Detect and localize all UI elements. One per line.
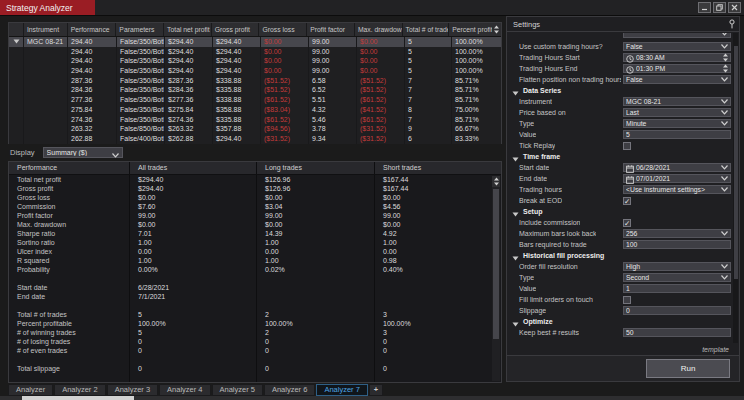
- setting-select[interactable]: MGC 08-21: [623, 97, 731, 106]
- performance-row[interactable]: # of losing trades000: [9, 337, 501, 346]
- column-header-parameters[interactable]: Parameters: [115, 23, 163, 36]
- performance-row[interactable]: Percent profitable100.00%100.00%100.00%: [9, 319, 501, 328]
- performance-row[interactable]: # of winning trades523: [9, 328, 501, 337]
- add-tab-button[interactable]: +: [369, 384, 383, 396]
- performance-row[interactable]: Avg. trade$58.88$63.48$55.81: [9, 382, 501, 383]
- performance-row[interactable]: Gross loss$0.00$0.00$0.00: [9, 193, 501, 202]
- template-link[interactable]: template: [702, 346, 729, 353]
- performance-row[interactable]: End date7/1/2021: [9, 292, 501, 301]
- performance-row[interactable]: [9, 274, 501, 283]
- scroll-arrows-icon[interactable]: [492, 176, 500, 187]
- bottom-horizontal-scrollbar[interactable]: [0, 396, 744, 400]
- spinner-arrows-icon[interactable]: [723, 53, 728, 62]
- tab-analyzer-5[interactable]: Analyzer 5: [212, 384, 263, 396]
- spinner-arrows-icon[interactable]: [723, 64, 728, 73]
- setting-select[interactable]: Second: [623, 273, 731, 282]
- setting-input[interactable]: 0: [623, 306, 731, 315]
- column-header-total-of-trades[interactable]: Total # of trades: [402, 23, 449, 36]
- setting-time[interactable]: 01:30 PM: [623, 64, 731, 73]
- performance-row[interactable]: Probability0.00%0.02%0.40%: [9, 265, 501, 274]
- setting-select[interactable]: False: [623, 42, 731, 51]
- performance-row[interactable]: R squared1.001.000.98: [9, 256, 501, 265]
- setting-checkbox[interactable]: ✓: [623, 197, 631, 205]
- optimizer-row[interactable]: 294.40False/350/BothV$294.40$294.40$0.00…: [9, 56, 501, 66]
- setting-select[interactable]: Last: [623, 108, 731, 117]
- perf-column-header-all-trades[interactable]: All trades: [129, 162, 256, 174]
- performance-row[interactable]: [9, 301, 501, 310]
- settings-section-historical-fill-processing[interactable]: Historical fill processing: [507, 250, 732, 261]
- minimize-button[interactable]: [698, 2, 711, 13]
- column-header-performance[interactable]: Performance: [67, 23, 116, 36]
- setting-input[interactable]: 5: [623, 130, 731, 139]
- collapse-triangle-icon[interactable]: [512, 206, 519, 217]
- tab-analyzer-7[interactable]: Analyzer 7: [316, 384, 367, 396]
- bottom-scroll-thumb[interactable]: [22, 396, 134, 400]
- setting-select[interactable]: <Use instrument settings>: [623, 185, 731, 194]
- run-button[interactable]: Run: [646, 359, 730, 378]
- performance-row[interactable]: Sortino ratio1.001.001.00: [9, 238, 501, 247]
- performance-row[interactable]: Max. drawdown$0.00$0.00$0.00: [9, 220, 501, 229]
- column-header-percent-profitable[interactable]: Percent profitable: [448, 23, 492, 36]
- display-select[interactable]: Summary ($): [43, 147, 123, 158]
- performance-row[interactable]: [9, 373, 501, 382]
- setting-input[interactable]: 100: [623, 240, 731, 249]
- collapse-triangle-icon[interactable]: [512, 250, 519, 261]
- optimizer-row[interactable]: 284.36False/350/BothV$284.36$335.88($51.…: [9, 85, 501, 95]
- optimizer-row[interactable]: 263.32False/850/BothV$263.32$357.88($94.…: [9, 124, 501, 134]
- performance-vertical-scrollbar[interactable]: [492, 176, 500, 381]
- performance-row[interactable]: Commission$7.60$3.04$4.56: [9, 202, 501, 211]
- optimizer-row[interactable]: 294.40False/350/BothV$294.40$294.40$0.00…: [9, 47, 501, 57]
- setting-select[interactable]: Minute: [623, 119, 731, 128]
- performance-row[interactable]: Gross profit$294.40$126.96$167.44: [9, 184, 501, 193]
- optimizer-row[interactable]: MGC 08-21294.40False/350/BothV$294.40$29…: [9, 37, 501, 47]
- performance-row[interactable]: Total # of trades523: [9, 310, 501, 319]
- setting-input[interactable]: 1: [623, 284, 731, 293]
- optimizer-row[interactable]: 277.36False/350/BothV$277.36$338.88($61.…: [9, 95, 501, 105]
- tab-analyzer-3[interactable]: Analyzer 3: [107, 384, 158, 396]
- scroll-arrows-icon[interactable]: [492, 23, 501, 36]
- setting-checkbox[interactable]: [623, 296, 631, 304]
- scroll-thumb[interactable]: [734, 46, 738, 279]
- setting-checkbox[interactable]: [623, 142, 631, 150]
- window-title-tab[interactable]: Strategy Analyzer: [0, 0, 95, 15]
- performance-row[interactable]: Profit factor99.0099.0099.00: [9, 211, 501, 220]
- column-header-instrument[interactable]: Instrument: [23, 23, 67, 36]
- collapse-triangle-icon[interactable]: [512, 151, 519, 162]
- restore-button[interactable]: [713, 2, 726, 13]
- settings-section-setup[interactable]: Setup: [507, 206, 732, 217]
- setting-date[interactable]: 06/28/2021: [623, 163, 731, 172]
- optimizer-row[interactable]: 262.88False/400/BothV$262.88$294.40($31.…: [9, 134, 501, 144]
- column-header-max-drawdown[interactable]: Max. drawdown: [354, 23, 402, 36]
- column-header-total-net-profit[interactable]: Total net profit: [163, 23, 211, 36]
- performance-row[interactable]: Total slippage000: [9, 364, 501, 373]
- setting-select[interactable]: High: [623, 262, 731, 271]
- optimizer-row[interactable]: 294.40False/350/BothV$294.40$294.40$0.00…: [9, 66, 501, 76]
- setting-checkbox[interactable]: ✓: [623, 219, 631, 227]
- performance-row[interactable]: Ulcer index0.000.000.00: [9, 247, 501, 256]
- scroll-thumb[interactable]: [493, 189, 499, 339]
- tab-analyzer[interactable]: Analyzer: [8, 384, 53, 396]
- optimizer-row[interactable]: 275.84False/350/BothV$275.84$358.88($83.…: [9, 105, 501, 115]
- pin-icon[interactable]: [729, 15, 735, 33]
- setting-time[interactable]: 08:30 AM: [623, 53, 731, 62]
- performance-row[interactable]: Sharpe ratio7.0114.394.92: [9, 229, 501, 238]
- column-header-gross-loss[interactable]: Gross loss: [258, 23, 306, 36]
- settings-section-data-series[interactable]: Data Series: [507, 85, 732, 96]
- perf-column-header-performance[interactable]: Performance: [9, 162, 129, 174]
- setting-select[interactable]: False: [623, 75, 731, 84]
- settings-section-time-frame[interactable]: Time frame: [507, 151, 732, 162]
- setting-date[interactable]: 07/01/2021: [623, 174, 731, 183]
- column-header-profit-factor[interactable]: Profit factor: [306, 23, 354, 36]
- setting-select[interactable]: 256: [623, 229, 731, 238]
- setting-input[interactable]: 50: [623, 328, 731, 337]
- optimizer-row[interactable]: 287.36False/350/BothV$287.36$338.88($51.…: [9, 76, 501, 86]
- performance-row[interactable]: [9, 355, 501, 364]
- collapse-triangle-icon[interactable]: [13, 37, 20, 47]
- setting-select[interactable]: [623, 33, 731, 38]
- tab-analyzer-6[interactable]: Analyzer 6: [264, 384, 315, 396]
- settings-vertical-scrollbar[interactable]: [733, 33, 738, 343]
- collapse-triangle-icon[interactable]: [512, 85, 519, 96]
- collapse-triangle-icon[interactable]: [512, 316, 519, 327]
- close-button[interactable]: [728, 2, 741, 13]
- tab-analyzer-4[interactable]: Analyzer 4: [159, 384, 210, 396]
